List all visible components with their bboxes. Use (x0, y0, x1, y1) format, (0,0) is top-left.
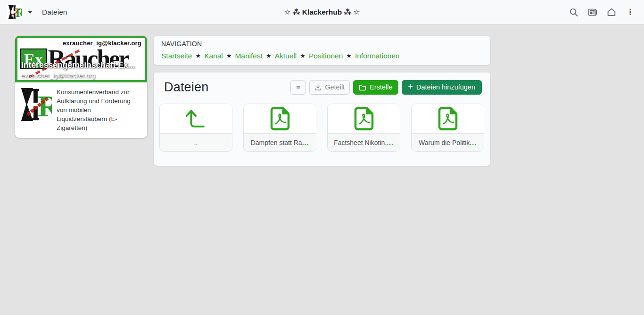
channel-logo-icon (7, 4, 22, 20)
sidebar: exraucher_ig@klacker.org Ex Raucher Inte… (15, 36, 147, 138)
navbar-right: ⋮ (567, 5, 637, 19)
shared-files-button[interactable]: Geteilt (309, 80, 350, 95)
profile-card: exraucher_ig@klacker.org Ex Raucher Inte… (15, 36, 147, 138)
main-column: NAVIGATION Startseite★Kanal★Manifest★Akt… (154, 36, 490, 166)
nav-link-positionen[interactable]: Positionen (309, 52, 343, 60)
navigation-links: Startseite★Kanal★Manifest★Aktuell★Positi… (161, 52, 483, 60)
files-header: Dateien ≡ Geteilt (159, 76, 485, 97)
app-context-title: Dateien (42, 8, 67, 16)
file-name: Warum die Politik (419, 139, 470, 146)
add-files-button[interactable]: + Dateien hinzufügen (402, 80, 482, 95)
site-title: ☆ ⁂ Klackerhub ⁂ ☆ (0, 0, 644, 24)
hamburger-icon: ≡ (296, 83, 300, 91)
kebab-menu-icon[interactable]: ⋮ (623, 5, 637, 19)
file-card-warum[interactable]: Warum die Politik ... (411, 104, 484, 152)
create-button-label: Erstelle (370, 83, 392, 91)
page-title: Dateien (164, 80, 208, 95)
chevron-down-icon[interactable] (28, 11, 33, 14)
profile-body: Konsumentenverband zur Aufklärung und Fö… (15, 82, 147, 138)
nav-link-kanal[interactable]: Kanal (204, 52, 223, 60)
file-name: Factsheet Nikotin. (334, 139, 387, 146)
list-view-button[interactable]: ≡ (290, 80, 306, 95)
files-grid: .. Dampfen statt Ra... (159, 104, 485, 152)
pdf-file-icon (269, 106, 291, 131)
profile-banner[interactable]: exraucher_ig@klacker.org Ex Raucher Inte… (15, 36, 147, 82)
file-name: Dampfen statt Ra (251, 139, 302, 146)
plus-icon: + (408, 82, 413, 91)
channel-logo-thumbnail[interactable] (19, 86, 52, 123)
folder-icon (359, 84, 366, 91)
file-card-parent-dir[interactable]: .. (159, 104, 232, 152)
navigation-panel: NAVIGATION Startseite★Kanal★Manifest★Akt… (154, 36, 490, 65)
channel-handle: exraucher_ig@klacker.org (21, 72, 95, 79)
star-separator: ★ (266, 52, 272, 59)
navigation-label: NAVIGATION (161, 40, 483, 48)
navbar-left: Dateien (7, 4, 67, 20)
nav-link-manifest[interactable]: Manifest (235, 52, 263, 60)
nav-link-startseite[interactable]: Startseite (161, 52, 192, 60)
files-toolbar: ≡ Geteilt Erstelle (290, 80, 482, 95)
channel-title: Interessengemeinschaft Ex... (21, 60, 135, 70)
star-separator: ★ (195, 52, 201, 59)
home-icon[interactable] (604, 5, 619, 19)
star-separator: ★ (346, 52, 352, 59)
file-card-dampfen[interactable]: Dampfen statt Ra... (243, 104, 316, 152)
nav-link-informationen[interactable]: Informationen (355, 52, 400, 60)
files-panel: Dateien ≡ Geteilt (154, 73, 490, 166)
download-icon (314, 84, 322, 91)
file-card-factsheet[interactable]: Factsheet Nikotin.... (327, 104, 400, 152)
shared-button-label: Geteilt (325, 83, 345, 91)
top-navbar: Dateien ☆ ⁂ Klackerhub ⁂ ☆ ⋮ (0, 0, 644, 24)
search-icon[interactable] (567, 5, 581, 19)
nav-link-aktuell[interactable]: Aktuell (275, 52, 297, 60)
channel-avatar[interactable] (7, 4, 22, 20)
file-name: .. (194, 139, 198, 146)
pdf-file-icon (353, 106, 375, 131)
page-content: exraucher_ig@klacker.org Ex Raucher Inte… (0, 24, 644, 166)
newspaper-icon[interactable] (586, 5, 600, 19)
star-separator: ★ (300, 52, 305, 59)
level-up-icon (183, 107, 209, 130)
channel-description: Konsumentenverband zur Aufklärung und Fö… (57, 86, 142, 132)
pdf-file-icon (437, 106, 459, 131)
create-folder-button[interactable]: Erstelle (353, 80, 398, 95)
star-separator: ★ (226, 52, 232, 59)
add-button-label: Dateien hinzufügen (416, 83, 475, 91)
